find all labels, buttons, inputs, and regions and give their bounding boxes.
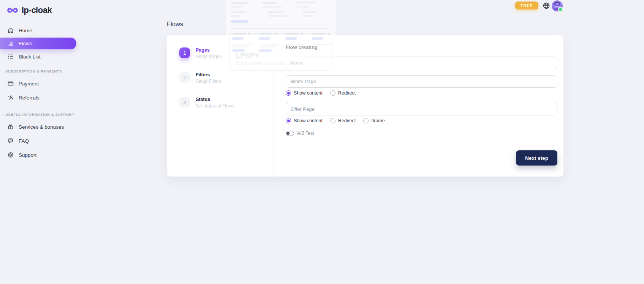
step-filters[interactable]: 2 Filters Setup Filters: [179, 72, 274, 84]
white-show-content-option[interactable]: Show content: [286, 90, 323, 96]
globe-icon[interactable]: [543, 2, 550, 9]
white-redirect-option[interactable]: Redirect: [330, 90, 356, 96]
list-icon: [7, 54, 14, 60]
sidebar-item-home[interactable]: Home: [0, 25, 75, 36]
gift-icon: [7, 124, 14, 130]
mask-logo-icon: [7, 7, 18, 14]
sidebar-item-services-bonuses[interactable]: Services & bonuses: [0, 121, 75, 133]
support-icon: [7, 152, 14, 158]
form-title: Flow creating: [286, 44, 557, 50]
page-title: Flows: [167, 21, 183, 28]
radio-unselected-icon[interactable]: [330, 118, 335, 123]
sidebar-section-subscription: SUBSCRIPTION & PAYMENTS: [2, 69, 72, 73]
sidebar-item-label: Referrals: [19, 95, 40, 101]
sidebar-item-label: Support: [19, 152, 36, 158]
sidebar-section-support: USEFUL INFORMATION & SUPPORT: [2, 112, 72, 117]
sidebar-item-label: Services & bonuses: [19, 124, 64, 130]
offer-page-mode-group: Show content Redirect Iframe: [286, 118, 557, 123]
app-name: lp-cloak: [22, 5, 52, 15]
offer-show-content-option[interactable]: Show content: [286, 118, 323, 123]
sidebar-item-flows[interactable]: Flows: [0, 38, 76, 49]
plan-badge-free[interactable]: FREE: [515, 2, 538, 9]
sidebar-item-black-list[interactable]: Black List: [0, 51, 75, 62]
ab-test-row: A/B Test: [286, 131, 557, 136]
sidebar-item-referrals[interactable]: Referrals: [0, 92, 75, 103]
ab-test-toggle[interactable]: [286, 131, 294, 136]
offer-page-input[interactable]: [286, 103, 557, 115]
sidebar-item-label: Black List: [19, 54, 41, 60]
radio-selected-icon[interactable]: [286, 118, 291, 123]
offer-redirect-option[interactable]: Redirect: [330, 118, 356, 123]
flows-icon: [7, 40, 14, 47]
step-subtitle: Setup Filters: [196, 79, 221, 84]
radio-unselected-icon[interactable]: [330, 90, 335, 96]
flow-creating-form: Flow creating Show content Redirect Show…: [286, 44, 557, 166]
offer-iframe-option[interactable]: Iframe: [363, 118, 385, 123]
sidebar-item-support[interactable]: Support: [0, 149, 75, 161]
user-avatar[interactable]: [552, 0, 563, 11]
white-page-mode-group: Show content Redirect: [286, 90, 557, 96]
sidebar-item-label: Flows: [19, 41, 32, 46]
svg-text:?!: ?!: [9, 139, 11, 142]
step-title: Pages: [196, 47, 222, 53]
radio-selected-icon[interactable]: [286, 90, 291, 96]
sidebar-item-payment[interactable]: Payment: [0, 78, 75, 89]
next-step-button[interactable]: Next step: [516, 150, 557, 166]
step-number-badge: 1: [179, 47, 190, 58]
sidebar-item-label: Payment: [19, 81, 39, 87]
step-title: Filters: [196, 72, 221, 78]
sidebar-item-label: Home: [19, 28, 32, 33]
step-subtitle: Set status of Flows: [196, 103, 234, 109]
sidebar-item-faq[interactable]: ?! FAQ: [0, 135, 75, 147]
step-subtitle: Setup Pages: [196, 54, 222, 59]
credit-card-icon: [7, 80, 14, 87]
toggle-knob: [286, 132, 290, 135]
step-number-badge: 2: [179, 72, 190, 83]
home-icon: [7, 27, 14, 34]
step-pages[interactable]: 1 Pages Setup Pages: [179, 47, 274, 59]
ab-test-label[interactable]: A/B Test: [297, 131, 314, 136]
step-status[interactable]: 3 Status Set status of Flows: [179, 97, 274, 109]
online-status-dot: [558, 7, 563, 12]
sidebar: lp-cloak Home Flows: [0, 0, 75, 284]
wizard-stepper: 1 Pages Setup Pages 2 Filters Setup Filt…: [167, 35, 274, 177]
flow-creating-card: 1 Pages Setup Pages 2 Filters Setup Filt…: [167, 35, 563, 177]
white-page-input[interactable]: [286, 75, 557, 88]
faq-bubble-icon: ?!: [7, 138, 14, 144]
name-input[interactable]: [286, 57, 557, 69]
step-title: Status: [196, 97, 234, 103]
referral-user-icon: [7, 95, 14, 101]
step-number-badge: 3: [179, 97, 190, 107]
radio-unselected-icon[interactable]: [363, 118, 369, 123]
app-logo[interactable]: lp-cloak: [0, 0, 75, 16]
sidebar-item-label: FAQ: [19, 138, 29, 144]
